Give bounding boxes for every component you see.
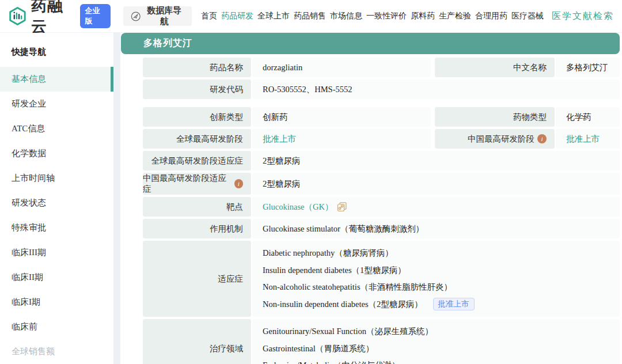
medical-literature-search-link[interactable]: 医学文献检索: [552, 10, 614, 22]
sidebar-item-clinical-phase2[interactable]: 临床II期: [0, 265, 113, 290]
therapy-area-item: Genitourinary/Sexual Function（泌尿生殖系统）: [263, 323, 620, 340]
field-value-rd-code: RO-5305552、HMS-5552: [252, 79, 620, 99]
compass-send-icon: [131, 11, 141, 22]
nav-link-market-info[interactable]: 市场信息: [330, 11, 362, 21]
field-value-china-stage: 批准上市: [556, 129, 620, 149]
table-row: 治疗领域 Genitourinary/Sexual Function（泌尿生殖系…: [143, 319, 620, 364]
table-row: 创新类型 创新药 药物类型 化学药: [143, 107, 620, 127]
drug-detail-panel: 多格列艾汀 药品名称 dorzagliatin 中文名称 多格列艾汀 研发代码 …: [120, 33, 622, 364]
sidebar-item-launch-timeline[interactable]: 上市时间轴: [0, 166, 113, 191]
field-value-target: Glucokinase（GK）: [252, 197, 620, 217]
sidebar-item-rd-companies[interactable]: 研发企业: [0, 92, 113, 116]
field-value-global-stage-indication: 2型糖尿病: [252, 151, 620, 170]
database-nav-label: 数据库导航: [145, 5, 184, 27]
sidebar-item-rd-status[interactable]: 研发状态: [0, 191, 113, 215]
table-row: 药品名称 dorzagliatin 中文名称 多格列艾汀: [143, 58, 620, 77]
indication-item: Non-insulin dependent diabetes（2型糖尿病） 批准…: [263, 296, 620, 313]
indication-item: Non-alcoholic steatohepatitis（非酒精性脂肪性肝炎）: [263, 279, 620, 296]
logo[interactable]: 药融云 企业版: [8, 0, 111, 37]
sidebar-content-divider: [113, 33, 120, 364]
body-row: 快捷导航 基本信息 研发企业 ATC信息 化学数据 上市时间轴 研发状态 特殊审…: [0, 33, 622, 364]
info-icon[interactable]: i: [537, 134, 547, 143]
table-row: 作用机制 Glucokinase stimulator（葡萄糖激酶刺激剂）: [143, 219, 620, 238]
sidebar-item-preclinical[interactable]: 临床前: [0, 314, 113, 339]
field-label-china-stage-indication: 中国最高研发阶段适应症 i: [143, 173, 251, 195]
field-value-drug-type: 化学药: [556, 107, 620, 127]
info-icon[interactable]: i: [234, 179, 243, 188]
table-row: 适应症 Diabetic nephropathy（糖尿病肾病） Insulin …: [143, 241, 620, 317]
quick-nav-sidebar: 快捷导航 基本信息 研发企业 ATC信息 化学数据 上市时间轴 研发状态 特殊审…: [0, 33, 113, 364]
target-link[interactable]: Glucokinase（GK）: [263, 202, 333, 213]
field-value-therapy-areas: Genitourinary/Sexual Function（泌尿生殖系统） Ga…: [252, 319, 620, 364]
field-label-indications: 适应症: [143, 241, 251, 317]
drug-title: 多格列艾汀: [143, 37, 192, 50]
sidebar-item-clinical-phase1[interactable]: 临床I期: [0, 290, 113, 314]
china-stage-indication-label-text: 中国最高研发阶段适应症: [143, 173, 232, 195]
nav-link-drug-rd[interactable]: 药品研发: [221, 11, 253, 21]
indication-item: Diabetic nephropathy（糖尿病肾病）: [263, 245, 620, 262]
indication-item: Insulin dependent diabetes（1型糖尿病）: [263, 262, 620, 279]
external-link-icon[interactable]: [337, 202, 347, 212]
nav-link-medical-device[interactable]: 医疗器械: [511, 11, 544, 21]
field-label-therapy-areas: 治疗领域: [143, 319, 251, 364]
nav-link-api[interactable]: 原料药: [411, 11, 435, 21]
basic-info-table: 药品名称 dorzagliatin 中文名称 多格列艾汀 研发代码 RO-530…: [120, 54, 622, 364]
field-value-cn-name: 多格列艾汀: [556, 58, 620, 77]
table-row: 全球最高研发阶段 批准上市 中国最高研发阶段 i 批准上市: [143, 129, 620, 149]
sidebar-item-atc-info[interactable]: ATC信息: [0, 116, 113, 141]
field-label-target: 靶点: [143, 197, 251, 217]
field-value-innovation-type: 创新药: [252, 107, 431, 127]
nav-link-home[interactable]: 首页: [201, 11, 217, 21]
field-value-china-stage-indication: 2型糖尿病: [252, 173, 620, 195]
enterprise-badge: 企业版: [80, 4, 111, 28]
nav-link-drug-sales[interactable]: 药品销售: [294, 11, 326, 21]
database-nav-button[interactable]: 数据库导航: [123, 6, 192, 26]
field-value-mechanism: Glucokinase stimulator（葡萄糖激酶刺激剂）: [252, 219, 620, 238]
field-label-drug-name: 药品名称: [143, 58, 251, 77]
field-label-rd-code: 研发代码: [143, 79, 251, 99]
sidebar-item-global-sales[interactable]: 全球销售额: [0, 339, 113, 364]
field-label-global-stage: 全球最高研发阶段: [143, 129, 251, 149]
field-value-indications: Diabetic nephropathy（糖尿病肾病） Insulin depe…: [252, 241, 620, 317]
china-stage-label-text: 中国最高研发阶段: [468, 134, 534, 145]
main-content: 多格列艾汀 药品名称 dorzagliatin 中文名称 多格列艾汀 研发代码 …: [120, 33, 622, 364]
nav-link-rational-use[interactable]: 合理用药: [475, 11, 507, 21]
field-label-innovation-type: 创新类型: [143, 107, 251, 127]
approved-status-badge: 批准上市: [433, 298, 475, 310]
logo-text: 药融云: [31, 0, 75, 37]
field-label-drug-type: 药物类型: [435, 107, 555, 127]
field-label-china-stage: 中国最高研发阶段 i: [435, 129, 555, 149]
field-label-mechanism: 作用机制: [143, 219, 251, 238]
table-row: 全球最高研发阶段适应症 2型糖尿病: [143, 151, 620, 170]
indication-item-text: Non-insulin dependent diabetes（2型糖尿病）: [263, 299, 423, 309]
table-row: 中国最高研发阶段适应症 i 2型糖尿病: [143, 173, 620, 195]
field-label-global-stage-indication: 全球最高研发阶段适应症: [143, 151, 251, 170]
primary-nav: 首页 药品研发 全球上市 药品销售 市场信息 一致性评价 原料药 生产检验 合理…: [201, 11, 544, 21]
sidebar-item-chemical-data[interactable]: 化学数据: [0, 141, 113, 166]
logo-hexagon-icon: [8, 6, 27, 26]
panel-header: 多格列艾汀: [121, 33, 620, 54]
table-row: 靶点 Glucokinase（GK）: [143, 197, 620, 217]
field-value-drug-name: dorzagliatin: [252, 58, 431, 77]
table-row: 研发代码 RO-5305552、HMS-5552: [143, 79, 620, 99]
sidebar-item-clinical-phase3[interactable]: 临床III期: [0, 240, 113, 265]
field-value-global-stage: 批准上市: [252, 129, 431, 149]
china-stage-link[interactable]: 批准上市: [566, 134, 600, 145]
therapy-area-item: Gastrointestinal（胃肠道系统）: [263, 340, 620, 358]
nav-link-global-launch[interactable]: 全球上市: [257, 11, 290, 21]
sidebar-item-special-approval[interactable]: 特殊审批: [0, 215, 113, 240]
sidebar-title: 快捷导航: [0, 41, 113, 67]
nav-link-production-inspection[interactable]: 生产检验: [439, 11, 471, 21]
therapy-area-item: Endocrine/Metabolic（内分泌与代谢）: [263, 357, 620, 364]
sidebar-item-basic-info[interactable]: 基本信息: [0, 67, 113, 92]
top-navbar: 药融云 企业版 数据库导航 首页 药品研发 全球上市 药品销售 市场信息 一致性…: [0, 0, 622, 33]
nav-link-consistency-eval[interactable]: 一致性评价: [366, 11, 407, 21]
global-stage-link[interactable]: 批准上市: [263, 134, 296, 145]
field-label-cn-name: 中文名称: [435, 58, 555, 77]
app-root: 药融云 企业版 数据库导航 首页 药品研发 全球上市 药品销售 市场信息 一致性…: [0, 0, 622, 364]
